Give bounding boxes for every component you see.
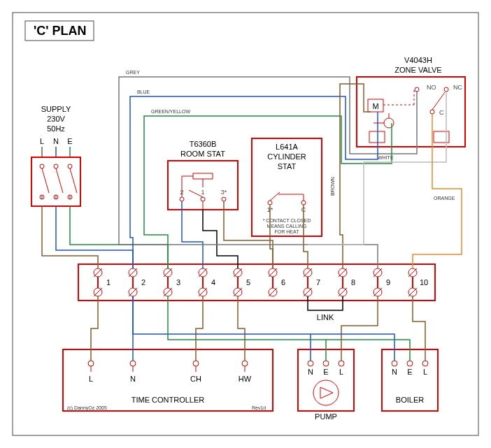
- jt6: 6: [281, 278, 285, 287]
- tc-label: TIME CONTROLLER: [131, 396, 205, 404]
- supply-N: N: [53, 137, 59, 145]
- tc-L: L: [89, 375, 93, 383]
- supply-freq: 50Hz: [47, 124, 65, 133]
- jt1: 1: [106, 278, 111, 287]
- cylstat-l2: CYLINDER: [267, 152, 306, 161]
- svg-point-31: [444, 87, 448, 92]
- cylstat-n2: MEANS CALLING: [267, 224, 307, 229]
- roomstat-l1: T6360B: [190, 140, 217, 148]
- wire-jt4-tcCH: [196, 296, 203, 361]
- zone-NC: NC: [453, 84, 462, 91]
- roomstat-l2: ROOM STAT: [180, 150, 225, 158]
- junction-strip: 1 2 3 4 5 6 7 8 9 10: [78, 264, 435, 301]
- link-wire: [308, 296, 343, 310]
- lbl-white: WHITE: [378, 155, 394, 160]
- zone-NO: NO: [427, 84, 436, 91]
- svg-point-114: [422, 361, 428, 366]
- boiler-label: BOILER: [396, 396, 424, 404]
- svg-point-5: [68, 164, 72, 168]
- supply-label: SUPPLY: [41, 105, 71, 113]
- svg-point-113: [407, 361, 413, 366]
- jt10: 10: [420, 278, 428, 287]
- svg-line-11: [56, 168, 63, 193]
- cylstat-n3: FOR HEAT: [275, 229, 300, 234]
- zone-M: M: [372, 102, 378, 110]
- svg-point-101: [242, 361, 248, 366]
- svg-point-19: [180, 197, 184, 201]
- wire-zv-white: [308, 147, 446, 245]
- svg-line-9: [42, 168, 49, 193]
- supply-block: SUPPLY 230V 50Hz L N E: [31, 105, 80, 206]
- jt5: 5: [246, 278, 250, 287]
- svg-point-110: [313, 380, 339, 405]
- tc-CH: CH: [190, 375, 201, 383]
- boiler-L: L: [423, 368, 427, 376]
- svg-rect-46: [78, 264, 435, 301]
- supply-L: L: [40, 137, 44, 145]
- wire-zv-orange: [413, 147, 462, 268]
- svg-rect-15: [193, 173, 213, 179]
- lbl-blue: BLUE: [137, 89, 150, 94]
- wire-jt1-tcL: [91, 296, 98, 361]
- diagram-title: 'C' PLAN: [34, 24, 87, 38]
- jt7: 7: [316, 278, 320, 287]
- wire-jt5-tcHW: [238, 296, 245, 361]
- wire-rs-1: [203, 210, 238, 268]
- pump-N: N: [308, 368, 313, 376]
- tc-copy: (c) DannyOz 2005: [67, 405, 107, 411]
- roomstat-t2: 1: [201, 189, 204, 196]
- jt4: 4: [211, 278, 215, 287]
- roomstat-t3: 3*: [221, 189, 227, 196]
- time-controller-block: L N CH HW TIME CONTROLLER (c) DannyOz 20…: [63, 349, 273, 411]
- svg-point-25: [301, 201, 306, 205]
- svg-point-99: [130, 361, 136, 366]
- svg-point-112: [392, 361, 397, 366]
- svg-point-24: [268, 201, 272, 205]
- wire-jt10-boilerL: [413, 296, 425, 361]
- zone-l2: ZONE VALVE: [394, 66, 441, 74]
- svg-rect-39: [369, 131, 385, 143]
- svg-point-108: [323, 361, 329, 366]
- boiler-N: N: [392, 368, 397, 376]
- zone-C: C: [439, 109, 444, 116]
- roomstat-t1: 2: [180, 189, 183, 196]
- svg-point-36: [384, 118, 394, 128]
- boiler-E: E: [407, 368, 412, 376]
- svg-point-107: [308, 361, 313, 366]
- lbl-brown: BROWN: [330, 177, 335, 196]
- wire-zv-brown: [340, 84, 371, 268]
- pump-E: E: [323, 368, 328, 376]
- room-stat-block: T6360B ROOM STAT 2 1 3*: [168, 140, 238, 210]
- jt8: 8: [351, 278, 355, 287]
- jt2: 2: [141, 278, 145, 287]
- tc-N: N: [130, 375, 136, 383]
- tc-rev: Rev1d: [252, 405, 266, 410]
- svg-point-4: [54, 164, 58, 168]
- lbl-orange: ORANGE: [434, 196, 455, 201]
- svg-point-3: [40, 164, 44, 168]
- svg-point-32: [430, 110, 434, 114]
- svg-point-98: [88, 361, 94, 366]
- svg-point-21: [222, 197, 226, 201]
- pump-label: PUMP: [315, 412, 337, 421]
- svg-line-26: [270, 192, 280, 201]
- supply-E: E: [67, 137, 72, 145]
- wire-supply-N: [56, 206, 133, 268]
- lbl-grey: GREY: [126, 70, 140, 75]
- pump-L: L: [339, 368, 343, 376]
- jt9: 9: [386, 278, 390, 287]
- cylstat-l1: L641A: [276, 143, 298, 151]
- wire-jt2-pumpN: [133, 296, 311, 361]
- wiring-diagram: 'C' PLAN SUPPLY 230V 50Hz L N E T6360B R…: [0, 0, 491, 448]
- wire-rs-2: [182, 201, 203, 268]
- lbl-gy: GREEN/YELLOW: [151, 109, 190, 114]
- svg-line-33: [432, 92, 445, 110]
- zone-valve-block: V4043H ZONE VALVE M NO NC C: [357, 56, 465, 147]
- jt3: 3: [176, 278, 180, 287]
- link-label: LINK: [317, 313, 334, 321]
- cylstat-l3: STAT: [278, 162, 297, 171]
- svg-point-100: [193, 361, 199, 366]
- supply-voltage: 230V: [47, 115, 65, 123]
- tc-HW: HW: [239, 375, 252, 383]
- cylinder-stat-block: L641A CYLINDER STAT 1* C * CONTACT CLOSE…: [252, 138, 322, 236]
